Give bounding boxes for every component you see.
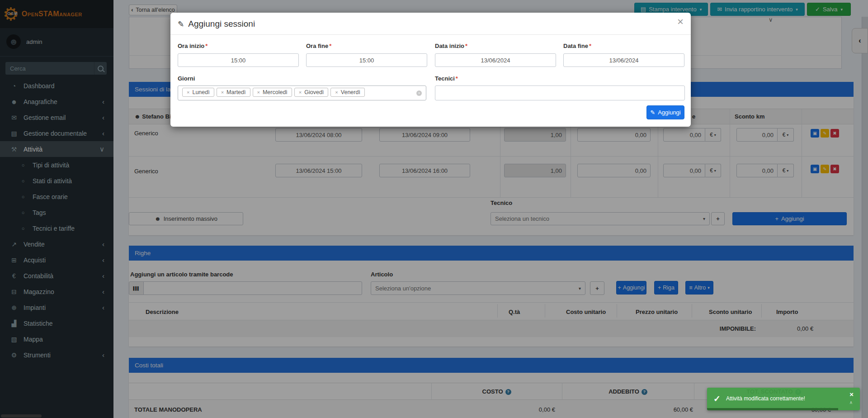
add-sessions-modal: ✎ Aggiungi sessioni × Ora inizio* Ora fi… xyxy=(170,13,691,127)
data-fine-label: Data fine* xyxy=(563,43,591,49)
data-fine-input[interactable] xyxy=(563,53,684,67)
required-marker: * xyxy=(456,75,458,82)
success-toast[interactable]: ✓ Attività modificata correttamente! × ∧ xyxy=(707,388,860,410)
toast-message: Attività modificata correttamente! xyxy=(726,395,805,402)
data-inizio-label: Data inizio* xyxy=(435,43,467,49)
modal-submit-button[interactable]: ✎Aggiungi xyxy=(646,105,684,119)
day-chip-lunedi[interactable]: ×Lunedì xyxy=(182,88,214,97)
remove-icon[interactable]: × xyxy=(187,90,189,95)
ora-inizio-input[interactable] xyxy=(178,53,299,67)
modal-submit-label: Aggiungi xyxy=(658,109,681,116)
day-chip-martedi[interactable]: ×Martedì xyxy=(217,88,250,97)
ora-fine-input[interactable] xyxy=(306,53,427,67)
close-icon[interactable]: × xyxy=(677,16,684,27)
pencil-icon: ✎ xyxy=(178,19,184,29)
toast-progress-bar xyxy=(707,408,838,410)
remove-icon[interactable]: × xyxy=(299,90,302,95)
clear-all-icon[interactable]: × xyxy=(416,90,422,96)
check-icon: ✓ xyxy=(713,394,721,404)
day-chip-label: Martedì xyxy=(226,89,245,95)
ora-fine-label: Ora fine* xyxy=(306,43,331,49)
day-chip-label: Giovedì xyxy=(304,89,324,95)
modal-header: ✎ Aggiungi sessioni xyxy=(178,19,255,29)
day-chip-mercoledi[interactable]: ×Mercoledì xyxy=(253,88,292,97)
remove-icon[interactable]: × xyxy=(257,90,260,95)
modal-title: Aggiungi sessioni xyxy=(188,19,255,29)
required-marker: * xyxy=(465,43,467,49)
data-inizio-input[interactable] xyxy=(435,53,556,67)
day-chip-label: Lunedì xyxy=(192,89,209,95)
required-marker: * xyxy=(329,43,331,49)
app-root: ⚙ OSM OpenSTAManager ☻ admin ◔Dashboard … xyxy=(0,0,868,418)
giorni-multiselect[interactable]: ×Lunedì ×Martedì ×Mercoledì ×Giovedì ×Ve… xyxy=(178,86,426,100)
day-chip-giovedi[interactable]: ×Giovedì xyxy=(294,88,329,97)
remove-icon[interactable]: × xyxy=(335,90,338,95)
required-marker: * xyxy=(589,43,591,49)
required-marker: * xyxy=(205,43,208,49)
tecnici-label: Tecnici* xyxy=(435,75,458,82)
toast-collapse-icon[interactable]: ∧ xyxy=(849,400,853,405)
day-chip-label: Mercoledì xyxy=(263,89,288,95)
toast-close-icon[interactable]: × xyxy=(849,390,854,398)
giorni-label: Giorni xyxy=(178,75,195,82)
day-chip-label: Venerdì xyxy=(341,89,360,95)
tecnici-input[interactable] xyxy=(435,86,685,100)
ora-inizio-label: Ora inizio* xyxy=(178,43,208,49)
pencil-square-icon: ✎ xyxy=(650,109,655,116)
day-chip-venerdi[interactable]: ×Venerdì xyxy=(330,88,365,97)
remove-icon[interactable]: × xyxy=(221,90,224,95)
